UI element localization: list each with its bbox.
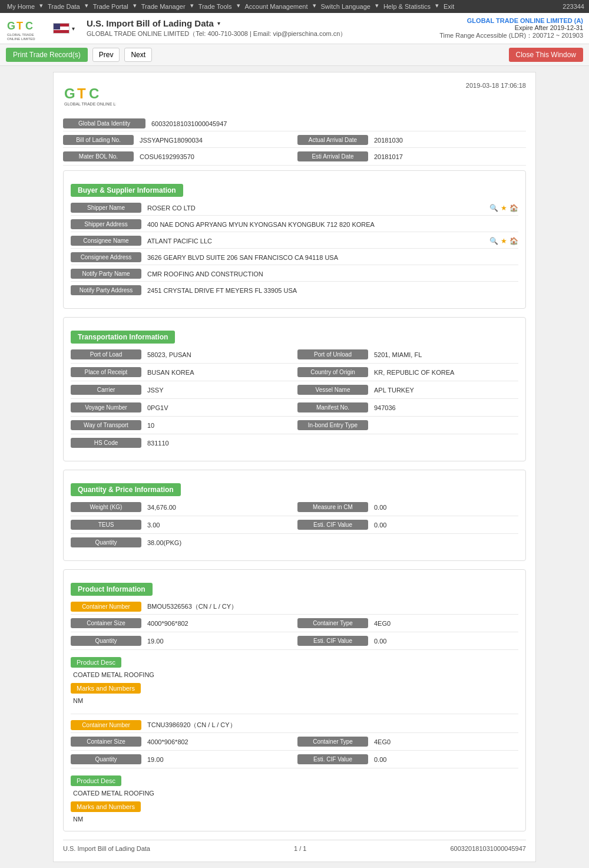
hs-code-row: HS Code 831110 (71, 438, 518, 450)
nav-help-statistics[interactable]: Help & Statistics (381, 2, 433, 11)
main-content: G T C GLOBAL TRADE ONLINE LIMITED 2019-0… (53, 72, 536, 862)
consignee-address-row: Consignee Address 3626 GEARY BLVD SUITE … (71, 252, 518, 265)
consignee-search-icon[interactable]: 🔍 (489, 237, 498, 245)
master-bol-row: Mater BOL No. COSU6192993570 Esti Arriva… (63, 151, 526, 166)
nav-trade-tools[interactable]: Trade Tools (196, 2, 234, 11)
voyage-number-value: 0PG1V (147, 404, 292, 411)
container-2-product-desc-label[interactable]: Product Desc (71, 775, 121, 786)
master-bol-label: Mater BOL No. (63, 151, 134, 161)
manifest-no-label: Manifest No. (297, 402, 368, 412)
esti-arrival-label: Esti Arrival Date (297, 151, 368, 161)
page-title: U.S. Import Bill of Lading Data (87, 18, 214, 28)
port-of-load-value: 58023, PUSAN (147, 351, 292, 358)
header-subtitle: GLOBAL TRADE ONLINE LIMITED（Tel: 400-710… (87, 29, 439, 38)
container-1-number-row: Container Number BMOU5326563（CN / L / CY… (71, 602, 518, 615)
transportation-section: Transportation Information Port of Load … (63, 317, 526, 461)
bol-no-col: Bill of Lading No. JSSYAPNG18090034 (63, 135, 292, 145)
container-2-qty-value: 19.00 (147, 756, 292, 763)
place-of-receipt-label: Place of Receipt (71, 367, 141, 377)
container-2-cif-value: 0.00 (374, 756, 518, 763)
container-1-number-value: BMOU5326563（CN / L / CY） (147, 602, 518, 611)
action-bar-top: Print Trade Record(s) Prev Next Close Th… (0, 44, 589, 66)
prev-button-top[interactable]: Prev (92, 48, 120, 62)
nav-menu-items[interactable]: My Home ▾ Trade Data ▾ Trade Portal ▾ Tr… (5, 2, 456, 11)
svg-text:G: G (64, 85, 75, 101)
notify-party-name-row: Notify Party Name CMR ROOFING AND CONSTR… (71, 269, 518, 282)
receipt-origin-row: Place of Receipt BUSAN KOREA Country of … (71, 367, 518, 381)
container-2-product-desc-block: Product Desc COATED METAL ROOFING (71, 772, 518, 798)
container-1-product-desc-label[interactable]: Product Desc (71, 657, 121, 668)
container-1-number-label: Container Number (71, 602, 141, 612)
svg-text:T: T (16, 20, 23, 32)
container-1-size-value: 4000*906*802 (147, 620, 292, 627)
print-button-top[interactable]: Print Trade Record(s) (6, 48, 88, 62)
measure-cm-label: Measure in CM (297, 502, 368, 512)
vessel-name-value: APL TURKEY (374, 387, 518, 394)
nav-trade-data[interactable]: Trade Data (45, 2, 82, 11)
close-button-top[interactable]: Close This Window (509, 48, 583, 62)
svg-text:ONLINE LIMITED: ONLINE LIMITED (7, 37, 35, 40)
consignee-name-value: ATLANT PACIFIC LLC (147, 237, 485, 245)
global-data-identity-label: Global Data Identity (63, 118, 145, 128)
home-icon[interactable]: 🏠 (509, 204, 518, 212)
quantity-row: Quantity 38.00(PKG) (71, 537, 518, 550)
container-2-size-value: 4000*906*802 (147, 738, 292, 745)
shipper-name-row: Shipper Name ROSER CO LTD 🔍 ★ 🏠 (71, 203, 518, 216)
shipper-icons: 🔍 ★ 🏠 (489, 204, 518, 212)
container-2-type-value: 4EG0 (374, 738, 518, 745)
container-1: Container Number BMOU5326563（CN / L / CY… (71, 602, 518, 705)
bol-no-value: JSSYAPNG18090034 (140, 137, 292, 144)
manifest-no-value: 947036 (374, 404, 518, 411)
nav-exit[interactable]: Exit (441, 2, 456, 11)
next-button-top[interactable]: Next (124, 48, 152, 62)
container-1-cif-label: Esti. CIF Value (297, 636, 368, 646)
master-bol-value: COSU6192993570 (140, 153, 292, 160)
title-dropdown-arrow[interactable]: ▾ (217, 20, 220, 27)
transport-inbond-row: Way of Transport 10 In-bond Entry Type (71, 420, 518, 434)
nav-account-management[interactable]: Account Management (243, 2, 310, 11)
teus-label: TEUS (71, 520, 141, 530)
consignee-star-icon[interactable]: ★ (501, 237, 507, 245)
nav-trade-manager[interactable]: Trade Manager (139, 2, 188, 11)
quantity-value: 38.00(PKG) (147, 539, 518, 546)
container-2-qty-label: Quantity (71, 754, 141, 764)
gtc-logo: G T C GLOBAL TRADE ONLINE LIMITED (6, 16, 47, 40)
teus-value: 3.00 (147, 522, 292, 529)
flag-dropdown-arrow[interactable]: ▾ (72, 25, 75, 32)
esti-arrival-value: 20181017 (374, 153, 526, 160)
way-of-transport-value: 10 (147, 422, 292, 429)
header-right: GLOBAL TRADE ONLINE LIMITED (A) Expire A… (439, 17, 583, 40)
container-1-product-desc-value: COATED METAL ROOFING (71, 670, 518, 679)
container-1-marks-block: Marks and Numbers NM (71, 679, 518, 705)
shipper-address-row: Shipper Address 400 NAE DONG APRYANG MYU… (71, 219, 518, 232)
container-2-size-type-row: Container Size 4000*906*802 Container Ty… (71, 737, 518, 751)
container-1-qty-label: Quantity (71, 636, 141, 646)
transportation-header: Transportation Information (71, 331, 175, 344)
container-2-marks-label[interactable]: Marks and Numbers (71, 801, 141, 812)
logo-area: G T C GLOBAL TRADE ONLINE LIMITED (6, 16, 47, 40)
container-1-marks-label[interactable]: Marks and Numbers (71, 683, 141, 694)
container-1-qty-cif-row: Quantity 19.00 Esti. CIF Value 0.00 (71, 636, 518, 650)
container-1-size-type-row: Container Size 4000*906*802 Container Ty… (71, 618, 518, 632)
esti-arrival-col: Esti Arrival Date 20181017 (297, 151, 526, 161)
doc-footer-left: U.S. Import Bill of Lading Data (63, 845, 150, 852)
time-range: Time Range Accessible (LDR)：200712 ~ 201… (439, 31, 583, 40)
notify-party-address-value: 2451 CRYSTAL DRIVE FT MEYERS FL 33905 US… (147, 287, 518, 294)
search-icon[interactable]: 🔍 (489, 204, 498, 212)
flag-area[interactable]: ▾ (53, 23, 75, 34)
measure-cm-value: 0.00 (374, 504, 518, 511)
consignee-home-icon[interactable]: 🏠 (509, 237, 518, 245)
shipper-name-label: Shipper Name (71, 203, 141, 213)
country-of-origin-label: Country of Origin (297, 367, 368, 377)
star-icon[interactable]: ★ (501, 204, 507, 212)
place-of-receipt-value: BUSAN KOREA (147, 369, 292, 376)
nav-trade-portal[interactable]: Trade Portal (91, 2, 131, 11)
teus-cif-row: TEUS 3.00 Esti. CIF Value 0.00 (71, 520, 518, 534)
nav-switch-language[interactable]: Switch Language (319, 2, 373, 11)
buyer-supplier-header: Buyer & Supplier Information (71, 184, 183, 197)
nav-my-home[interactable]: My Home (5, 2, 37, 11)
weight-label: Weight (KG) (71, 502, 141, 512)
actual-arrival-value: 20181030 (374, 137, 526, 144)
inbond-entry-label: In-bond Entry Type (297, 420, 368, 430)
port-of-unload-label: Port of Unload (297, 349, 368, 359)
